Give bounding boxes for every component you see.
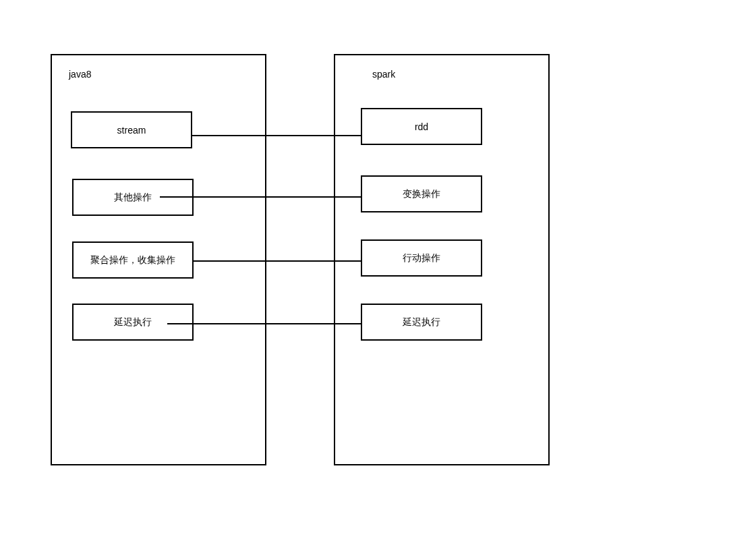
aggregate-ops-box: 聚合操作，收集操作 (72, 241, 194, 279)
other-ops-label: 其他操作 (114, 192, 152, 204)
java8-title: java8 (69, 69, 91, 80)
rdd-box: rdd (361, 108, 482, 145)
spark-title: spark (372, 69, 395, 80)
connector-3 (194, 260, 361, 262)
stream-label: stream (117, 125, 146, 136)
action-ops-label: 行动操作 (403, 252, 440, 264)
stream-box: stream (71, 111, 192, 148)
aggregate-ops-label: 聚合操作，收集操作 (90, 254, 175, 266)
connector-1 (192, 135, 361, 136)
connector-4 (167, 323, 361, 324)
lazy-exec-left-label: 延迟执行 (114, 316, 152, 328)
lazy-exec-left-box: 延迟执行 (72, 304, 194, 341)
rdd-label: rdd (415, 121, 428, 132)
connector-2 (160, 196, 361, 198)
action-ops-box: 行动操作 (361, 239, 482, 277)
transform-ops-box: 变换操作 (361, 175, 482, 212)
lazy-exec-right-label: 延迟执行 (403, 316, 440, 328)
transform-ops-label: 变换操作 (403, 188, 440, 200)
lazy-exec-right-box: 延迟执行 (361, 304, 482, 341)
